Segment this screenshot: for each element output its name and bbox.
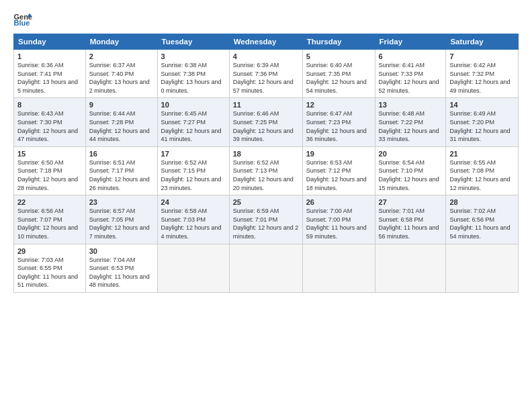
week-row-4: 22Sunrise: 6:56 AMSunset: 7:07 PMDayligh…	[14, 195, 519, 244]
day-number: 18	[233, 150, 299, 158]
calendar-table: SundayMondayTuesdayWednesdayThursdayFrid…	[13, 34, 519, 293]
day-number: 2	[89, 52, 154, 60]
day-info: Sunrise: 6:49 AMSunset: 7:20 PMDaylight:…	[449, 109, 515, 143]
day-info: Sunrise: 7:01 AMSunset: 6:58 PMDaylight:…	[379, 207, 443, 240]
day-number: 24	[161, 198, 226, 206]
day-number: 30	[89, 247, 154, 255]
day-info: Sunrise: 6:44 AMSunset: 7:28 PMDaylight:…	[89, 109, 154, 143]
day-cell-11: 11Sunrise: 6:46 AMSunset: 7:25 PMDayligh…	[229, 98, 302, 146]
day-info: Sunrise: 7:02 AMSunset: 6:56 PMDaylight:…	[449, 207, 515, 240]
day-info: Sunrise: 6:36 AMSunset: 7:41 PMDaylight:…	[17, 61, 82, 95]
day-info: Sunrise: 7:03 AMSunset: 6:55 PMDaylight:…	[17, 256, 82, 289]
day-number: 16	[89, 150, 154, 158]
day-number: 29	[17, 247, 82, 255]
day-cell-21: 21Sunrise: 6:55 AMSunset: 7:08 PMDayligh…	[446, 146, 519, 195]
day-cell-4: 4Sunrise: 6:39 AMSunset: 7:36 PMDaylight…	[229, 50, 302, 98]
empty-cell	[446, 244, 519, 292]
day-cell-8: 8Sunrise: 6:43 AMSunset: 7:30 PMDaylight…	[14, 98, 86, 146]
day-info: Sunrise: 6:53 AMSunset: 7:12 PMDaylight:…	[306, 158, 371, 192]
day-cell-28: 28Sunrise: 7:02 AMSunset: 6:56 PMDayligh…	[446, 195, 519, 244]
day-cell-17: 17Sunrise: 6:52 AMSunset: 7:15 PMDayligh…	[157, 146, 229, 195]
col-header-sunday: Sunday	[14, 34, 86, 50]
day-number: 4	[233, 52, 299, 60]
day-number: 10	[161, 101, 226, 109]
day-cell-27: 27Sunrise: 7:01 AMSunset: 6:58 PMDayligh…	[375, 195, 446, 244]
day-cell-20: 20Sunrise: 6:54 AMSunset: 7:10 PMDayligh…	[375, 146, 446, 195]
day-cell-29: 29Sunrise: 7:03 AMSunset: 6:55 PMDayligh…	[14, 244, 86, 292]
day-info: Sunrise: 6:48 AMSunset: 7:22 PMDaylight:…	[379, 109, 443, 143]
day-cell-18: 18Sunrise: 6:52 AMSunset: 7:13 PMDayligh…	[229, 146, 302, 195]
logo: General Blue	[13, 12, 32, 27]
day-number: 19	[306, 150, 371, 158]
col-header-saturday: Saturday	[446, 34, 519, 50]
svg-text:Blue: Blue	[13, 19, 30, 27]
day-info: Sunrise: 6:43 AMSunset: 7:30 PMDaylight:…	[17, 109, 82, 143]
day-info: Sunrise: 6:59 AMSunset: 7:01 PMDaylight:…	[233, 207, 299, 240]
day-info: Sunrise: 6:42 AMSunset: 7:32 PMDaylight:…	[449, 61, 515, 95]
empty-cell	[157, 244, 229, 292]
day-cell-13: 13Sunrise: 6:48 AMSunset: 7:22 PMDayligh…	[375, 98, 446, 146]
day-info: Sunrise: 6:50 AMSunset: 7:18 PMDaylight:…	[17, 158, 82, 192]
week-row-3: 15Sunrise: 6:50 AMSunset: 7:18 PMDayligh…	[14, 146, 519, 195]
day-cell-7: 7Sunrise: 6:42 AMSunset: 7:32 PMDaylight…	[446, 50, 519, 98]
day-number: 21	[449, 150, 515, 158]
week-row-2: 8Sunrise: 6:43 AMSunset: 7:30 PMDaylight…	[14, 98, 519, 146]
day-cell-12: 12Sunrise: 6:47 AMSunset: 7:23 PMDayligh…	[302, 98, 375, 146]
day-number: 3	[161, 52, 226, 60]
day-info: Sunrise: 6:58 AMSunset: 7:03 PMDaylight:…	[161, 207, 226, 240]
day-info: Sunrise: 6:45 AMSunset: 7:27 PMDaylight:…	[161, 109, 226, 143]
day-number: 8	[17, 101, 82, 109]
calendar-page: General Blue SundayMondayTuesdayWednesda…	[0, 0, 532, 411]
day-info: Sunrise: 6:54 AMSunset: 7:10 PMDaylight:…	[379, 158, 443, 192]
day-cell-6: 6Sunrise: 6:41 AMSunset: 7:33 PMDaylight…	[375, 50, 446, 98]
day-info: Sunrise: 6:56 AMSunset: 7:07 PMDaylight:…	[17, 207, 82, 240]
day-number: 22	[17, 198, 82, 206]
day-info: Sunrise: 7:00 AMSunset: 7:00 PMDaylight:…	[306, 207, 371, 240]
day-info: Sunrise: 6:52 AMSunset: 7:15 PMDaylight:…	[161, 158, 226, 192]
day-cell-15: 15Sunrise: 6:50 AMSunset: 7:18 PMDayligh…	[14, 146, 86, 195]
day-number: 9	[89, 101, 154, 109]
day-number: 23	[89, 198, 154, 206]
day-cell-16: 16Sunrise: 6:51 AMSunset: 7:17 PMDayligh…	[85, 146, 157, 195]
day-cell-30: 30Sunrise: 7:04 AMSunset: 6:53 PMDayligh…	[85, 244, 157, 292]
day-number: 20	[379, 150, 443, 158]
day-cell-22: 22Sunrise: 6:56 AMSunset: 7:07 PMDayligh…	[14, 195, 86, 244]
day-number: 25	[233, 198, 299, 206]
day-info: Sunrise: 6:47 AMSunset: 7:23 PMDaylight:…	[306, 109, 371, 143]
col-header-friday: Friday	[375, 34, 446, 50]
week-row-1: 1Sunrise: 6:36 AMSunset: 7:41 PMDaylight…	[14, 50, 519, 98]
day-number: 14	[449, 101, 515, 109]
day-info: Sunrise: 6:38 AMSunset: 7:38 PMDaylight:…	[161, 61, 226, 95]
day-cell-25: 25Sunrise: 6:59 AMSunset: 7:01 PMDayligh…	[229, 195, 302, 244]
day-info: Sunrise: 7:04 AMSunset: 6:53 PMDaylight:…	[89, 256, 154, 289]
day-info: Sunrise: 6:41 AMSunset: 7:33 PMDaylight:…	[379, 61, 443, 95]
day-info: Sunrise: 6:40 AMSunset: 7:35 PMDaylight:…	[306, 61, 371, 95]
day-cell-10: 10Sunrise: 6:45 AMSunset: 7:27 PMDayligh…	[157, 98, 229, 146]
col-header-thursday: Thursday	[302, 34, 375, 50]
day-cell-3: 3Sunrise: 6:38 AMSunset: 7:38 PMDaylight…	[157, 50, 229, 98]
day-number: 5	[306, 52, 371, 60]
day-number: 13	[379, 101, 443, 109]
day-info: Sunrise: 6:46 AMSunset: 7:25 PMDaylight:…	[233, 109, 299, 143]
day-number: 7	[449, 52, 515, 60]
day-number: 6	[379, 52, 443, 60]
week-row-5: 29Sunrise: 7:03 AMSunset: 6:55 PMDayligh…	[14, 244, 519, 292]
day-number: 28	[449, 198, 515, 206]
day-cell-26: 26Sunrise: 7:00 AMSunset: 7:00 PMDayligh…	[302, 195, 375, 244]
day-number: 12	[306, 101, 371, 109]
empty-cell	[375, 244, 446, 292]
day-number: 27	[379, 198, 443, 206]
day-cell-2: 2Sunrise: 6:37 AMSunset: 7:40 PMDaylight…	[85, 50, 157, 98]
day-cell-5: 5Sunrise: 6:40 AMSunset: 7:35 PMDaylight…	[302, 50, 375, 98]
day-info: Sunrise: 6:39 AMSunset: 7:36 PMDaylight:…	[233, 61, 299, 95]
col-header-tuesday: Tuesday	[157, 34, 229, 50]
day-number: 11	[233, 101, 299, 109]
day-number: 1	[17, 52, 82, 60]
day-cell-9: 9Sunrise: 6:44 AMSunset: 7:28 PMDaylight…	[85, 98, 157, 146]
logo-icon: General Blue	[13, 12, 32, 27]
calendar-header-row: SundayMondayTuesdayWednesdayThursdayFrid…	[14, 34, 519, 50]
header: General Blue	[13, 12, 519, 27]
empty-cell	[229, 244, 302, 292]
day-info: Sunrise: 6:37 AMSunset: 7:40 PMDaylight:…	[89, 61, 154, 95]
day-number: 15	[17, 150, 82, 158]
